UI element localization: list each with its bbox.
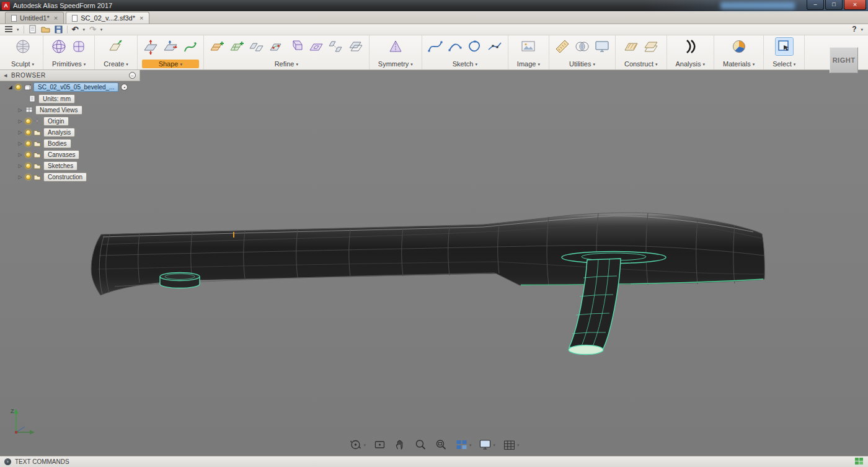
ribbon-dropdown-materials[interactable]: Materials▾ [719,60,759,68]
expander-closed-icon[interactable]: ▷ [17,152,23,158]
browser-row-canvases[interactable]: ▷ Canvases [0,149,140,160]
visibility-bulb-icon[interactable] [25,174,31,180]
browser-row-analysis[interactable]: ▷ Analysis [0,127,140,138]
panel-minimize-icon[interactable]: – [129,72,136,79]
grid-settings-icon[interactable]: ▾ [502,438,520,451]
app-menu-icon[interactable] [5,26,12,27]
browser-row-bodies[interactable]: ▷ Bodies [0,138,140,149]
grid-status-icon[interactable] [855,458,864,466]
viewport-layout-icon[interactable]: ▾ [454,438,472,451]
activate-target-icon[interactable]: • [121,84,128,91]
dropdown-caret-icon[interactable]: ▾ [517,443,520,447]
close-button[interactable]: × [844,0,866,10]
ribbon-dropdown-utilities[interactable]: Utilities▾ [565,60,600,68]
bevel-edge-icon[interactable] [288,38,305,55]
node-label[interactable]: Units: mm [38,94,75,104]
redo-icon[interactable]: ↷ [89,25,96,33]
offset-plane-icon[interactable] [642,38,660,55]
dropdown-caret-icon[interactable]: ▾ [494,443,496,447]
ribbon-dropdown-primitives[interactable]: Primitives▾ [48,60,90,68]
thicken-icon[interactable] [347,38,365,55]
dropdown-caret-icon[interactable]: ▾ [363,443,366,447]
viewcube-right-face[interactable]: RIGHT [830,47,858,73]
help-caret-icon[interactable]: ▾ [861,27,863,32]
ribbon-dropdown-sketch[interactable]: Sketch▾ [448,60,482,68]
subdivide-icon[interactable] [228,38,246,55]
expander-open-icon[interactable]: ◢ [7,84,13,90]
interference-icon[interactable] [574,38,591,55]
expander-closed-icon[interactable]: ▷ [17,174,23,180]
primitive-quadball-icon[interactable] [70,38,87,55]
tab-close-icon[interactable]: × [54,14,58,22]
material-sphere-icon[interactable] [730,38,748,55]
mirror-internal-icon[interactable] [387,38,404,55]
expander-closed-icon[interactable]: ▷ [17,118,23,124]
transform-icon[interactable] [162,38,179,55]
browser-row-units[interactable]: Units: mm [0,93,140,104]
visibility-bulb-icon[interactable] [25,130,31,135]
select-tool-icon[interactable] [776,38,793,55]
browser-row-origin[interactable]: ▷ Origin [0,115,140,127]
zoom-icon[interactable] [414,438,427,451]
node-label[interactable]: Named Views [35,105,82,115]
tab-close-icon[interactable]: × [140,14,143,22]
spline-icon[interactable] [427,38,444,55]
undo-icon[interactable]: ↶ [72,25,79,33]
help-button[interactable]: ? [852,25,856,33]
minimize-button[interactable]: – [807,0,824,10]
ribbon-dropdown-symmetry[interactable]: Symmetry▾ [374,60,417,68]
ribbon-dropdown-construct[interactable]: Construct▾ [620,60,662,68]
construction-plane-icon[interactable] [622,38,640,55]
closed-spline-icon[interactable] [466,38,484,55]
redo-caret-icon[interactable]: ▾ [100,27,103,32]
ribbon-dropdown-shape[interactable]: Shape▾ [142,60,199,68]
display-mode-icon[interactable] [593,38,611,55]
node-label[interactable]: Bodies [43,139,71,148]
browser-root-row[interactable]: ◢ SC_02_v05_05_beveled_... • [0,81,140,93]
text-commands-icon[interactable]: › [4,458,11,465]
browser-row-construction[interactable]: ▷ Construction [0,171,140,182]
expander-closed-icon[interactable]: ▷ [17,107,23,113]
save-icon[interactable] [55,25,63,33]
orbit-icon[interactable]: ▾ [348,438,366,451]
node-label[interactable]: Sketches [43,161,78,171]
merge-edge-icon[interactable] [248,38,265,55]
tab-sc02-active[interactable]: SC_02_v...2.sf3d* × [66,12,149,24]
browser-row-sketches[interactable]: ▷ Sketches [0,160,140,171]
node-label[interactable]: Analysis [43,128,75,137]
collapse-panel-icon[interactable]: ◀ [4,73,7,78]
visibility-bulb-icon[interactable] [25,163,31,169]
visibility-bulb-icon[interactable] [25,118,31,124]
look-at-icon[interactable] [373,438,386,451]
node-label[interactable]: Canvases [43,150,79,159]
expander-closed-icon[interactable]: ▷ [17,141,23,146]
canvas-image-icon[interactable] [520,38,537,55]
zebra-analysis-icon[interactable] [681,38,699,55]
edit-form-icon[interactable] [142,38,159,55]
measure-icon[interactable] [554,38,571,55]
expander-closed-icon[interactable]: ▷ [17,130,23,135]
selected-cylinder[interactable] [160,273,200,288]
root-node-label[interactable]: SC_02_v05_05_beveled_... [33,82,118,92]
weld-vertices-icon[interactable] [268,38,285,55]
new-file-icon[interactable] [29,25,37,33]
expander-closed-icon[interactable]: ▷ [17,163,23,169]
zoom-window-icon[interactable] [434,438,448,451]
ribbon-dropdown-sculpt[interactable]: Sculpt▾ [7,60,38,68]
primitive-sphere-icon[interactable] [50,38,68,55]
pan-icon[interactable] [393,438,407,451]
undo-caret-icon[interactable]: ▾ [82,27,85,32]
browser-row-named-views[interactable]: ▷ Named Views [0,104,140,115]
node-label[interactable]: Construction [43,172,87,182]
ribbon-dropdown-create[interactable]: Create▾ [99,60,133,68]
crease-curve-icon[interactable] [182,38,199,55]
fit-curve-icon[interactable] [486,38,503,55]
arc-icon[interactable] [446,38,464,55]
node-label[interactable]: Origin [43,117,69,126]
visibility-bulb-icon[interactable] [25,141,31,146]
sculpt-box-icon[interactable] [14,38,32,55]
ribbon-dropdown-select[interactable]: Select▾ [768,60,800,68]
fill-hole-icon[interactable] [308,38,325,55]
tab-untitled1[interactable]: Untitled1* × [5,12,64,24]
bridge-icon[interactable] [327,38,345,55]
